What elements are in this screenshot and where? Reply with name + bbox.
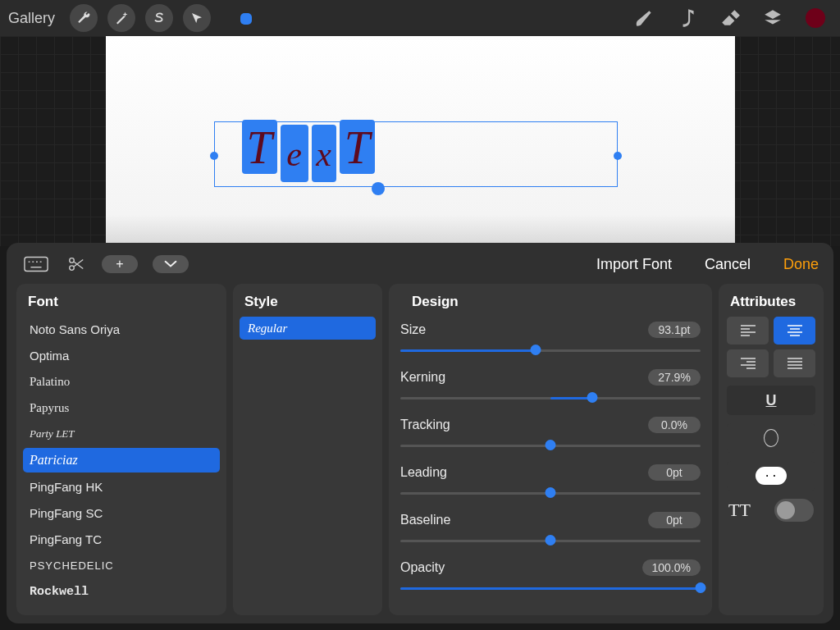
cut-button[interactable] xyxy=(66,253,87,275)
design-row-leading: Leading0pt xyxy=(400,464,701,500)
design-heading: Design xyxy=(400,292,701,317)
outline-button[interactable]: O xyxy=(727,423,815,453)
actions-wrench-button[interactable] xyxy=(70,4,98,32)
done-button[interactable]: Done xyxy=(783,256,819,273)
bbox-handle-bottom[interactable] xyxy=(372,182,385,195)
underline-button[interactable]: U xyxy=(727,386,815,415)
font-item[interactable]: PingFang HK xyxy=(23,474,220,499)
align-left-button[interactable] xyxy=(727,317,769,345)
font-item[interactable]: Optima xyxy=(23,343,220,368)
canvas-background: T e x T xyxy=(0,36,840,246)
transform-arrow-button[interactable] xyxy=(183,4,211,32)
attributes-column: Attributes U O xyxy=(719,284,824,615)
wand-icon xyxy=(114,11,129,25)
design-value-chip[interactable]: 27.9% xyxy=(648,369,701,386)
design-column: Design Size93.1ptKerning27.9%Tracking0.0… xyxy=(389,284,712,615)
align-center-button[interactable] xyxy=(774,317,815,345)
style-item[interactable]: Regular xyxy=(240,317,376,340)
font-item[interactable]: Noto Sans Oriya xyxy=(23,317,220,341)
design-row-opacity: Opacity100.0% xyxy=(400,559,701,596)
text-selection[interactable]: T e x T xyxy=(240,120,377,182)
color-picker-button[interactable] xyxy=(799,2,832,34)
top-toolbar: Gallery xyxy=(0,0,840,36)
design-value-chip[interactable]: 0pt xyxy=(648,464,701,481)
svg-point-6 xyxy=(70,258,75,263)
design-slider[interactable] xyxy=(400,343,701,358)
underline-icon: U xyxy=(766,392,777,409)
design-label: Size xyxy=(400,322,426,337)
plus-icon: + xyxy=(116,257,123,272)
bbox-handle-left[interactable] xyxy=(210,152,218,160)
font-item[interactable]: PingFang SC xyxy=(23,500,220,525)
insert-plus-button[interactable]: + xyxy=(102,255,138,273)
outline-icon: O xyxy=(764,429,778,447)
vertical-text-switch[interactable] xyxy=(774,499,814,522)
design-slider[interactable] xyxy=(400,438,701,453)
attributes-heading: Attributes xyxy=(724,292,819,317)
cancel-button[interactable]: Cancel xyxy=(705,256,751,273)
design-label: Kerning xyxy=(400,370,445,385)
design-slider[interactable] xyxy=(400,486,701,500)
font-item[interactable]: Rockwell xyxy=(23,579,220,604)
font-item[interactable]: Patriciaz xyxy=(23,448,220,472)
style-heading: Style xyxy=(233,292,382,317)
wrench-icon xyxy=(76,11,91,25)
align-justify-button[interactable] xyxy=(774,349,815,377)
font-item[interactable]: PSYCHEDELIC xyxy=(23,553,220,578)
design-label: Opacity xyxy=(400,560,445,575)
font-list[interactable]: Noto Sans OriyaOptimaPalatinoPapyrusPart… xyxy=(16,317,226,604)
switch-knob xyxy=(777,501,795,519)
design-label: Leading xyxy=(400,465,447,480)
color-swatch-icon xyxy=(806,8,825,28)
design-label: Baseline xyxy=(400,513,450,527)
align-right-icon xyxy=(740,357,756,370)
design-slider[interactable] xyxy=(400,390,701,405)
cursor-arrow-icon xyxy=(189,11,204,25)
caps-badge-icon: · · xyxy=(756,467,787,485)
style-column: Style Regular xyxy=(233,284,382,615)
keyboard-icon xyxy=(24,255,48,273)
layers-icon xyxy=(762,7,783,29)
design-label: Tracking xyxy=(400,418,450,432)
dropdown-button[interactable] xyxy=(153,255,189,273)
design-value-chip[interactable]: 0pt xyxy=(648,512,701,528)
brush-tool-button[interactable] xyxy=(628,2,661,34)
svg-rect-0 xyxy=(25,258,48,272)
selection-s-icon xyxy=(152,11,167,25)
design-row-tracking: Tracking0.0% xyxy=(400,417,701,453)
align-center-icon xyxy=(787,324,803,337)
bbox-handle-top[interactable] xyxy=(240,13,252,25)
font-item[interactable]: PingFang TC xyxy=(23,527,220,551)
design-slider[interactable] xyxy=(400,533,701,548)
design-value-chip[interactable]: 93.1pt xyxy=(648,322,701,338)
design-row-size: Size93.1pt xyxy=(400,322,701,358)
font-item[interactable]: Palatino xyxy=(23,369,220,394)
font-item[interactable]: Party LET xyxy=(23,422,220,446)
design-row-baseline: Baseline0pt xyxy=(400,512,701,548)
style-list[interactable]: Regular xyxy=(233,317,382,340)
align-right-button[interactable] xyxy=(727,349,769,377)
tt-vertical-label: TT xyxy=(728,500,751,521)
adjustments-wand-button[interactable] xyxy=(107,4,135,32)
import-font-button[interactable]: Import Font xyxy=(596,256,672,273)
bbox-handle-right[interactable] xyxy=(614,152,622,160)
align-justify-icon xyxy=(787,357,803,370)
selection-button[interactable] xyxy=(145,4,173,32)
smudge-tool-button[interactable] xyxy=(671,2,704,34)
design-value-chip[interactable]: 100.0% xyxy=(642,559,701,576)
chevron-down-icon xyxy=(164,260,177,268)
font-item[interactable]: Papyrus xyxy=(23,395,220,420)
brush-icon xyxy=(634,7,655,29)
design-slider[interactable] xyxy=(400,581,701,596)
scissors-icon xyxy=(66,255,87,273)
design-value-chip[interactable]: 0.0% xyxy=(648,417,701,433)
gallery-button[interactable]: Gallery xyxy=(8,10,55,27)
keyboard-button[interactable] xyxy=(21,253,51,275)
font-column: Font Noto Sans OriyaOptimaPalatinoPapyru… xyxy=(16,284,226,615)
layers-button[interactable] xyxy=(756,2,789,34)
canvas-page[interactable]: T e x T xyxy=(106,36,735,246)
design-row-kerning: Kerning27.9% xyxy=(400,369,701,405)
font-heading: Font xyxy=(16,292,226,317)
caps-toggle-button[interactable]: · · xyxy=(727,461,815,491)
eraser-tool-button[interactable] xyxy=(714,2,746,34)
